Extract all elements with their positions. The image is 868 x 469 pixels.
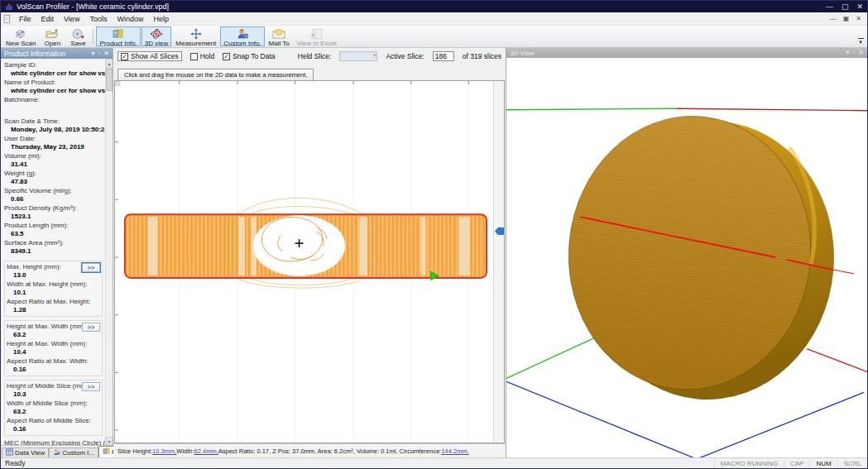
checkbox-box[interactable] xyxy=(190,53,198,60)
info-group: >>Height at Max. Width (mm):63.2Height a… xyxy=(4,320,103,376)
toolbar-button-label: Save xyxy=(70,40,85,47)
scroll-up-icon[interactable]: ▲ xyxy=(106,59,113,67)
menu-edit[interactable]: Edit xyxy=(36,14,60,24)
info-group: MEC (Minimum Enclosing Circle) (mm) :63.… xyxy=(4,439,103,445)
field-value: 0.16 xyxy=(7,425,100,433)
checkbox-show-all-slices[interactable]: ✓Show All Slices xyxy=(117,51,182,61)
view-3d-panel: 3D View ▾ ▫ ✕ xyxy=(506,48,867,457)
toolbar-separator xyxy=(93,29,94,44)
3d-canvas[interactable] xyxy=(506,58,867,457)
pin-icon[interactable]: ▫ xyxy=(852,48,855,58)
scroll-down-icon[interactable]: ▼ xyxy=(106,437,113,445)
window-minimize-button[interactable]: — xyxy=(826,1,833,12)
child-close-button[interactable]: ✕ xyxy=(856,15,861,22)
checkbox-label: Show All Slices xyxy=(131,52,179,60)
3d-cylinder[interactable] xyxy=(557,106,846,409)
field-label: Specific Volume (ml/g): xyxy=(4,187,103,195)
toolbar-new-scan-button[interactable]: New Scan xyxy=(2,26,39,46)
3d-view-icon xyxy=(149,28,164,40)
status-value-link[interactable]: 144.2mm. xyxy=(441,447,468,455)
child-restore-button[interactable]: ▣ xyxy=(843,15,850,22)
status-value-link[interactable]: 62.4mm, xyxy=(194,447,218,455)
toolbar-button-label: Mail To xyxy=(269,40,290,47)
panel-menu-icon[interactable]: ▾ xyxy=(91,49,94,59)
menu-view[interactable]: View xyxy=(59,14,84,24)
svg-text:X: X xyxy=(310,31,315,39)
tab-label: Data View xyxy=(15,449,45,457)
new-scan-icon xyxy=(13,28,28,40)
product-info-icon xyxy=(111,28,126,40)
panel-close-icon[interactable]: ✕ xyxy=(858,48,864,58)
toolbar-button-label: View In Excel xyxy=(297,40,337,47)
jump-to-slice-button[interactable]: >> xyxy=(82,263,100,272)
toolbar-open-button[interactable]: Open xyxy=(40,26,65,46)
toolbar-measurement-button[interactable]: Measurement xyxy=(172,26,219,46)
tab-data-view[interactable]: Data View xyxy=(2,447,49,457)
held-slice-dropdown[interactable] xyxy=(339,51,377,61)
checkbox-label: Hold xyxy=(200,52,214,60)
status-text: Aspect Ratio: 0.17, Z Pos: 37.0mm, Area:… xyxy=(218,447,442,455)
status-value-link[interactable]: 10.3mm, xyxy=(152,447,176,455)
jump-to-slice-button[interactable]: >> xyxy=(82,323,100,332)
field-label: MEC (Minimum Enclosing Circle) (mm) : xyxy=(4,439,103,445)
2d-plot-canvas[interactable] xyxy=(115,81,493,443)
tab-custom-i[interactable]: Custom I... xyxy=(49,447,98,457)
checkbox-hold[interactable]: Hold xyxy=(190,52,214,60)
product-info-scrollbar[interactable]: ▲ ▼ xyxy=(105,59,113,445)
mail-to-icon xyxy=(271,28,286,40)
status-indicators: MACRO RUNNINGCAPNUMSCRL xyxy=(714,458,867,468)
view-3d-title: 3D View xyxy=(510,50,535,57)
toolbar-mail-to-button[interactable]: Mail To xyxy=(266,26,293,46)
tab-label: Custom I... xyxy=(62,449,94,457)
toolbar-product-info-button[interactable]: Product Info. xyxy=(96,26,140,46)
checkbox-snap-to-data[interactable]: ✓Snap To Data xyxy=(223,52,275,60)
field-label: Volume (ml): xyxy=(4,152,103,160)
menu-window[interactable]: Window xyxy=(112,14,148,24)
field-label: Width of Middle Slice (mm): xyxy=(7,400,100,408)
active-slice-input[interactable] xyxy=(433,51,454,61)
toolbar-overflow-icon[interactable]: ▾ xyxy=(856,38,866,46)
status-scrl: SCRL xyxy=(837,460,867,467)
panel-menu-icon[interactable]: ▾ xyxy=(846,48,849,58)
scrollbar-thumb[interactable] xyxy=(106,68,113,91)
toolbar-view-in-excel-button[interactable]: XView In Excel xyxy=(294,26,340,46)
window-close-button[interactable]: ✕ xyxy=(856,1,863,12)
open-icon xyxy=(45,28,60,40)
slice-slider-handle[interactable] xyxy=(495,227,504,235)
toolbar-buttons: New ScanOpenSaveProduct Info.3D viewMeas… xyxy=(2,26,340,46)
measurement-hint-button[interactable]: Click and drag the mouse on the 2D data … xyxy=(117,69,314,81)
checkbox-box[interactable]: ✓ xyxy=(223,53,230,60)
info-group: >>Max. Height (mm):13.0Width at Max. Hei… xyxy=(4,261,103,317)
field-label: Scan Date & Time: xyxy=(4,117,103,126)
window-maximize-button[interactable]: ▢ xyxy=(842,1,849,12)
field-value: 10.1 xyxy=(7,289,100,297)
field-value: 1.28 xyxy=(7,306,100,314)
pin-icon[interactable]: ▫ xyxy=(98,49,100,59)
document-icon[interactable] xyxy=(3,15,11,23)
measurement-icon xyxy=(189,28,204,40)
toolbar-custom-info-button[interactable]: Custom Info. xyxy=(220,26,264,46)
field-value: white cylinder cer for show vspa xyxy=(4,87,103,95)
status-bar: Ready MACRO RUNNINGCAPNUMSCRL xyxy=(1,457,867,468)
menu-tools[interactable]: Tools xyxy=(84,14,112,24)
main-area: Product Information ▾ ▫ ✕ Sample ID:whit… xyxy=(1,48,867,457)
child-minimize-button[interactable]: — xyxy=(830,15,837,22)
jump-to-slice-button[interactable]: >> xyxy=(82,382,100,391)
field-value: 31.41 xyxy=(4,160,103,169)
panel-close-icon[interactable]: ✕ xyxy=(103,49,109,59)
slice-slider[interactable] xyxy=(493,81,504,443)
toolbar-save-button[interactable]: Save xyxy=(65,26,90,46)
product-info-fields: Sample ID:white cylinder cer for show vs… xyxy=(4,61,103,445)
field-label: Name of Product: xyxy=(4,79,103,87)
menu-file[interactable]: File xyxy=(14,14,36,24)
field-label: Height at Max. Width (mm): xyxy=(7,340,100,348)
status-cap: CAP xyxy=(784,460,809,467)
window-title: VolScan Profiler - [White ceramic cylind… xyxy=(17,2,169,11)
menu-help[interactable]: Help xyxy=(148,14,174,24)
field-value: white cylinder cer for show vspa xyxy=(4,69,103,78)
field-label: Product Length (mm): xyxy=(4,222,103,230)
checkbox-box[interactable]: ✓ xyxy=(121,53,128,60)
toolbar-3d-view-button[interactable]: 3D view xyxy=(141,26,171,46)
save-icon xyxy=(70,28,85,40)
active-slice-label: Active Slice: xyxy=(386,52,424,60)
